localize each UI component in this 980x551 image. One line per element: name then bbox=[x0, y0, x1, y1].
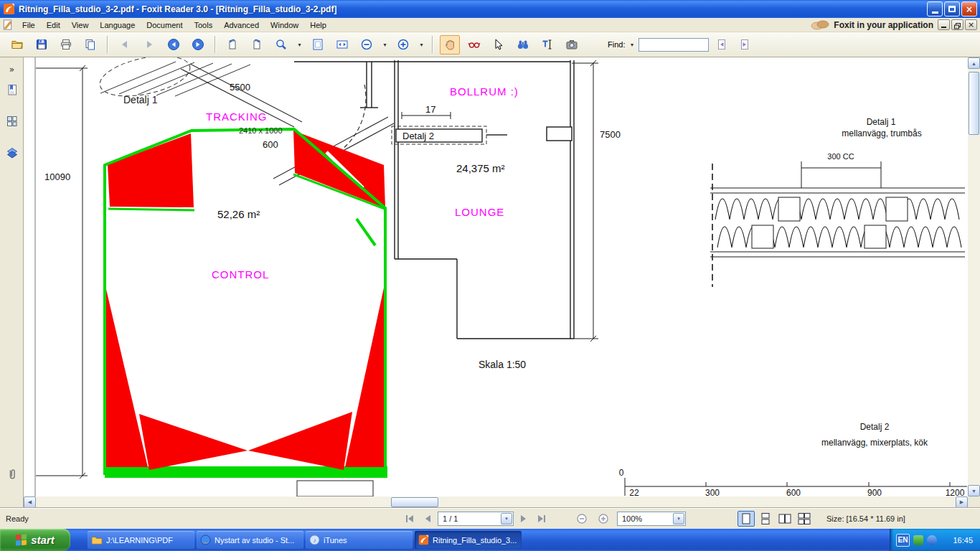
menu-view[interactable]: View bbox=[66, 19, 95, 32]
copy-button[interactable] bbox=[80, 35, 100, 55]
close-button[interactable]: × bbox=[961, 1, 977, 17]
document-icon[interactable] bbox=[2, 19, 14, 30]
itunes-icon: ♪ bbox=[309, 534, 320, 545]
single-page-button[interactable] bbox=[738, 511, 755, 527]
horizontal-scroll-thumb[interactable] bbox=[391, 497, 438, 507]
language-indicator[interactable]: EN bbox=[896, 534, 910, 547]
first-page-icon bbox=[405, 514, 415, 523]
select-arrow-icon bbox=[492, 38, 505, 51]
bookmarks-panel-button[interactable] bbox=[3, 80, 21, 98]
tray-icon-1[interactable] bbox=[913, 535, 923, 545]
fit-page-button[interactable] bbox=[308, 35, 328, 55]
fit-width-button[interactable] bbox=[332, 35, 352, 55]
menu-advanced[interactable]: Advanced bbox=[218, 19, 265, 32]
taskbar: start J:\LEARNING\PDF Nystart av studio … bbox=[0, 529, 980, 551]
pages-panel-button[interactable] bbox=[3, 112, 21, 130]
continuous-facing-button[interactable] bbox=[796, 511, 813, 527]
first-page-button[interactable] bbox=[402, 512, 418, 526]
previous-page-button[interactable] bbox=[420, 512, 435, 526]
layers-panel-button[interactable] bbox=[3, 143, 21, 161]
task-itunes[interactable]: ♪ iTunes bbox=[306, 531, 413, 549]
last-page-icon bbox=[537, 514, 547, 523]
scroll-up-button[interactable]: ▲ bbox=[968, 57, 980, 69]
document-canvas[interactable]: Detalj 2 Detalj 1 5500 TRACKING 2410 x 1… bbox=[24, 57, 968, 496]
rotate-left-button[interactable] bbox=[222, 35, 242, 55]
open-button[interactable] bbox=[7, 35, 27, 55]
hand-tool-button[interactable] bbox=[440, 35, 460, 55]
find-options-caret[interactable]: ▾ bbox=[628, 42, 636, 48]
select-text-button[interactable] bbox=[537, 35, 557, 55]
zoom-in-button[interactable] bbox=[595, 512, 611, 526]
maximize-icon bbox=[948, 6, 956, 12]
zoom-tool-caret[interactable]: ▾ bbox=[296, 42, 303, 48]
vertical-scrollbar[interactable]: ▲ ▼ bbox=[968, 57, 980, 496]
menu-tools[interactable]: Tools bbox=[188, 19, 218, 32]
tracking-label: TRACKING bbox=[206, 110, 268, 123]
previous-page-button[interactable] bbox=[115, 35, 135, 55]
tray-icon-2[interactable] bbox=[927, 535, 937, 545]
find-previous-button[interactable] bbox=[712, 35, 732, 55]
attachments-panel-button[interactable] bbox=[3, 465, 21, 483]
toolbar-separator bbox=[107, 36, 108, 53]
zoom-in-icon bbox=[598, 513, 609, 524]
task-browser[interactable]: Nystart av studio - St... bbox=[197, 531, 303, 549]
scroll-down-button[interactable]: ▼ bbox=[968, 485, 980, 496]
lounge-label: LOUNGE bbox=[455, 206, 504, 218]
zoom-out-caret[interactable]: ▾ bbox=[381, 42, 389, 48]
task-foxit-active[interactable]: Ritning_Filla_studio_3... bbox=[415, 531, 522, 549]
page-number-box[interactable]: 1 / 1 ▾ bbox=[438, 512, 514, 526]
last-page-button[interactable] bbox=[534, 512, 550, 526]
previous-view-button[interactable] bbox=[164, 35, 184, 55]
zoom-in-button[interactable] bbox=[393, 35, 413, 55]
zoom-dropdown-caret[interactable]: ▾ bbox=[673, 513, 684, 524]
find-group: Find: ▾ bbox=[608, 35, 755, 55]
page-dropdown-caret[interactable]: ▾ bbox=[501, 513, 512, 524]
mdi-minimize-button[interactable] bbox=[938, 19, 950, 30]
zoom-in-caret[interactable]: ▾ bbox=[418, 42, 425, 48]
scroll-right-button[interactable]: ▶ bbox=[956, 496, 968, 508]
zoom-out-button[interactable] bbox=[574, 512, 590, 526]
continuous-button[interactable] bbox=[757, 511, 774, 527]
save-button[interactable] bbox=[32, 35, 52, 55]
next-page-button[interactable] bbox=[139, 35, 159, 55]
zoom-level-box[interactable]: 100% ▾ bbox=[617, 512, 686, 526]
search-button[interactable] bbox=[513, 35, 533, 55]
dim-600-label: 600 bbox=[263, 139, 278, 150]
next-page-icon bbox=[143, 39, 155, 50]
task-explorer[interactable]: J:\LEARNING\PDF bbox=[88, 531, 194, 549]
minimize-button[interactable] bbox=[927, 1, 943, 17]
facing-button[interactable] bbox=[776, 511, 793, 527]
control-area-label: 52,26 m² bbox=[217, 208, 260, 220]
start-button[interactable]: start bbox=[0, 529, 70, 551]
menu-file[interactable]: File bbox=[17, 19, 41, 32]
glasses-button[interactable] bbox=[464, 35, 484, 55]
print-button[interactable] bbox=[56, 35, 76, 55]
zoom-out-button[interactable] bbox=[357, 35, 377, 55]
menu-language[interactable]: Language bbox=[94, 19, 141, 32]
single-page-icon bbox=[741, 513, 751, 524]
menu-edit[interactable]: Edit bbox=[41, 19, 66, 32]
next-page-button[interactable] bbox=[516, 512, 532, 526]
app-icon[interactable] bbox=[3, 3, 15, 15]
next-view-button[interactable] bbox=[188, 35, 208, 55]
select-annotation-button[interactable] bbox=[489, 35, 509, 55]
menu-document[interactable]: Document bbox=[141, 19, 188, 32]
close-icon: × bbox=[966, 4, 973, 14]
scroll-left-button[interactable]: ◀ bbox=[24, 496, 36, 508]
vertical-scroll-thumb[interactable] bbox=[969, 72, 979, 135]
horizontal-scrollbar[interactable]: ◀ ▶ bbox=[24, 496, 968, 508]
folder-icon bbox=[91, 535, 103, 545]
menu-window[interactable]: Window bbox=[265, 19, 304, 32]
rotate-right-button[interactable] bbox=[247, 35, 267, 55]
mdi-restore-button[interactable] bbox=[951, 19, 963, 30]
find-input[interactable] bbox=[639, 38, 709, 52]
detail1-subtitle: mellanvägg, trumbås bbox=[842, 128, 921, 138]
zoom-tool-button[interactable] bbox=[271, 35, 291, 55]
mdi-close-button[interactable]: × bbox=[965, 19, 977, 30]
maximize-button[interactable] bbox=[944, 1, 960, 17]
find-next-button[interactable] bbox=[735, 35, 755, 55]
snapshot-button[interactable] bbox=[562, 35, 582, 55]
copy-pages-icon bbox=[84, 38, 97, 51]
expand-panel-button[interactable]: » bbox=[3, 60, 21, 78]
menu-help[interactable]: Help bbox=[304, 19, 332, 32]
